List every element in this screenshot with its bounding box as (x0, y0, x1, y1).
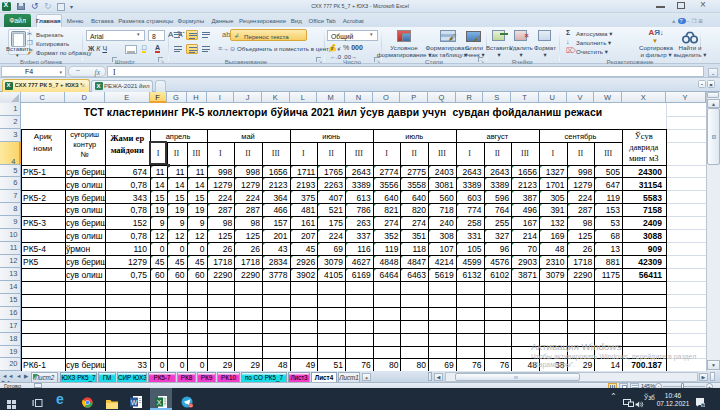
svg-text:2: 2 (702, 403, 704, 407)
svg-text:10: 10 (189, 403, 193, 407)
svg-text:X: X (157, 398, 162, 405)
svg-text:W: W (131, 398, 138, 405)
